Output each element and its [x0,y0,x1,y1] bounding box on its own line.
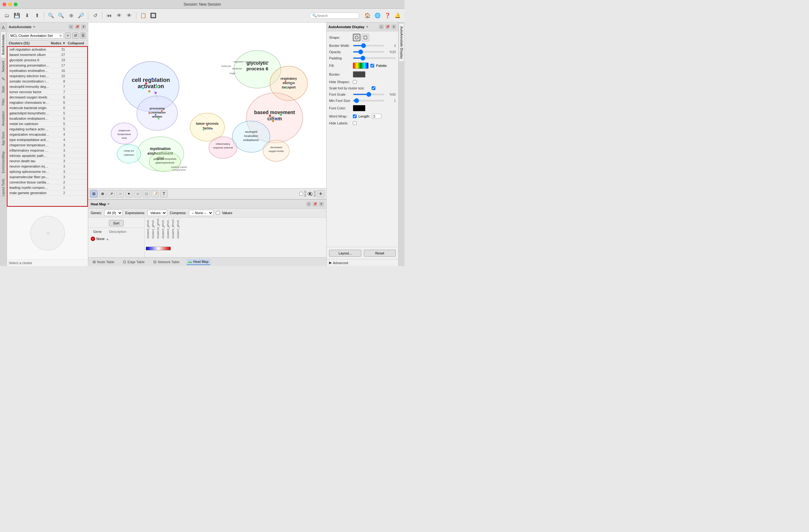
values-checkbox[interactable] [216,211,220,215]
sidebar-tab-layouttools[interactable]: Layout Tools [1,176,6,199]
add-annotation-button[interactable]: + [65,33,71,39]
reset-button[interactable]: Reset [364,250,396,256]
right-panel-pin[interactable]: 📌 [385,24,390,29]
padding-slider[interactable] [353,57,396,59]
word-wrap-checkbox[interactable] [353,114,357,118]
refresh-icon[interactable]: ↺ [91,11,100,20]
border-width-slider[interactable] [353,45,384,46]
cluster-row[interactable]: galactolipid biosynthetic galactosylcera… [7,111,87,116]
tab-network-table[interactable]: ⊟ Network Table [151,259,182,265]
cluster-row[interactable]: intrinsic apoptotic pathway 3 [7,153,87,158]
help-icon[interactable]: ❓ [383,11,392,20]
panel-minimize-button[interactable]: □ [69,24,73,29]
tab-heat-map[interactable]: ▬ Heat Map [187,259,210,265]
cluster-row[interactable]: supramolecular fiber polymerization 3 [7,174,87,180]
right-panel-dropdown[interactable]: ▼ [366,25,368,29]
annotation-button[interactable]: 📝 [151,190,159,197]
cluster-row[interactable]: molecule bacterial origin 6 [7,105,87,111]
opacity-slider[interactable] [353,51,384,53]
cluster-row[interactable]: cell regulation activation 31 [7,47,87,52]
shape-circle-option[interactable] [353,34,360,41]
nodes-header-label[interactable]: Nodes ▼ [50,41,66,45]
move-button[interactable]: ✛ [317,190,324,197]
grid-view-button[interactable]: ⊞ [90,190,98,197]
sidebar-tab-style[interactable]: Style [1,84,6,95]
cluster-row[interactable]: decreased oxygen levels 6 [7,95,87,100]
border-color-swatch[interactable] [353,71,365,77]
genes-select[interactable]: All (0) [104,210,123,216]
font-color-swatch[interactable] [353,105,365,111]
sidebar-tab-annotation[interactable]: Annotation [1,108,6,128]
heatmap-close-button[interactable]: × [319,201,324,207]
network-canvas[interactable]: cell regulation activation glycolytic pr… [88,22,326,188]
cluster-row[interactable]: tumor necrosis factor 7 [7,89,87,95]
cluster-row[interactable]: leading myelin components 2 [7,185,87,190]
refresh-annotation-button[interactable]: ↺ [72,33,79,39]
search-box[interactable]: 🔍 [309,13,359,19]
hide-shapes-checkbox[interactable] [353,80,357,84]
heatmap-title-button[interactable]: Heat Map ▼ [91,202,110,206]
export-icon[interactable]: ⬆ [33,11,41,20]
cluster-row[interactable]: migration chemotaxis leukocyte 6 [7,100,87,105]
heatmap-minimize-button[interactable]: □ [306,201,311,207]
globe-icon[interactable]: 🌐 [373,11,382,20]
node-select-button[interactable]: ✦ [125,190,133,197]
node-checkbox[interactable] [299,192,303,196]
cluster-row[interactable]: neutrophil immunity degranulation 7 [7,84,87,89]
menu-annotation-button[interactable]: ☰ [80,33,86,39]
sidebar-icon-autoannotate[interactable]: A [1,24,6,31]
sidebar-icon-style[interactable]: ✎ [0,75,6,83]
back-icon[interactable]: ⏮ [105,11,114,20]
cluster-row[interactable]: type endopeptidase activity 4 [7,137,87,143]
annotation-set-select[interactable]: MCL Cluster Annotation Set ⊞ [9,33,64,38]
cluster-row[interactable]: chaperone temperature heat 3 [7,143,87,148]
zoom-reset-icon[interactable]: 🔎 [76,11,85,20]
panel-close-button[interactable]: × [81,24,86,29]
cluster-row[interactable]: male gamete generation 2 [7,190,87,196]
network-select-button[interactable]: ⊕ [99,190,106,197]
minimize-button[interactable] [8,2,12,6]
panel-pin-button[interactable]: 📌 [75,24,80,29]
cluster-row[interactable]: processing presentation antigen 17 [7,63,87,68]
bell-icon[interactable]: 🔔 [393,11,402,20]
cluster-row[interactable]: neuron regeneration injury 3 [7,164,87,169]
hide-labels-checkbox[interactable] [353,121,357,125]
search-input[interactable] [317,14,357,18]
sidebar-tab-enrichmentmap[interactable]: EnrichmentMap [1,149,6,176]
right-tab-autoannotate-display[interactable]: AutoAnnotate Display [399,24,404,61]
cluster-row[interactable]: glycolytic process 6 19 [7,57,87,63]
layout-button[interactable]: Layout... [329,250,361,256]
right-panel-minimize[interactable]: □ [379,24,384,29]
arrow-out-button[interactable]: → [116,190,124,197]
box-select-button[interactable]: □ [143,190,150,197]
right-panel-close[interactable]: × [391,24,396,29]
cluster-row[interactable]: localization endoplasmic targeting 5 [7,116,87,121]
close-button[interactable] [2,2,6,6]
sidebar-tab-network[interactable]: Network [1,58,6,75]
zoom-out-icon[interactable]: 🔍 [57,11,65,20]
zoom-in-icon[interactable]: 🔍 [47,11,55,20]
cluster-row[interactable]: neuron death tau 3 [7,158,87,164]
sidebar-tab-appstore[interactable]: App Store [1,129,6,148]
autoannotate-dropdown-arrow[interactable]: ▼ [33,25,36,29]
zoom-fit-icon[interactable]: ⊕ [67,11,75,20]
cluster-row[interactable]: respiratory electron transport 10 [7,73,87,79]
palette-checkbox[interactable] [371,64,374,68]
font-scale-slider[interactable] [353,94,384,95]
fill-color-swatch[interactable] [353,63,368,69]
cluster-row[interactable]: splicing spliceosome mrna 3 [7,169,87,174]
cluster-row[interactable]: connective tissue cartilage 2 [7,180,87,185]
word-wrap-length-input[interactable] [372,114,381,119]
cluster-list[interactable]: cell regulation activation 31 based move… [7,46,88,207]
text-button[interactable]: T [160,190,168,197]
maximize-button[interactable] [14,2,18,6]
tab-edge-table[interactable]: ⊡ Edge Table [121,259,147,265]
cluster-row[interactable]: somatic recombination immunoglobulin 8 [7,79,87,84]
import-icon[interactable]: ⬇ [22,11,31,20]
eye-icon[interactable]: 👁 [125,11,134,20]
lasso-button[interactable]: ○ [134,190,141,197]
cluster-row[interactable]: based movement cilium 27 [7,52,87,57]
hide-icon[interactable]: 👁 [115,11,124,20]
advanced-section[interactable]: ▶ Advanced [327,259,398,266]
heatmap-pin-button[interactable]: 📌 [312,201,317,207]
